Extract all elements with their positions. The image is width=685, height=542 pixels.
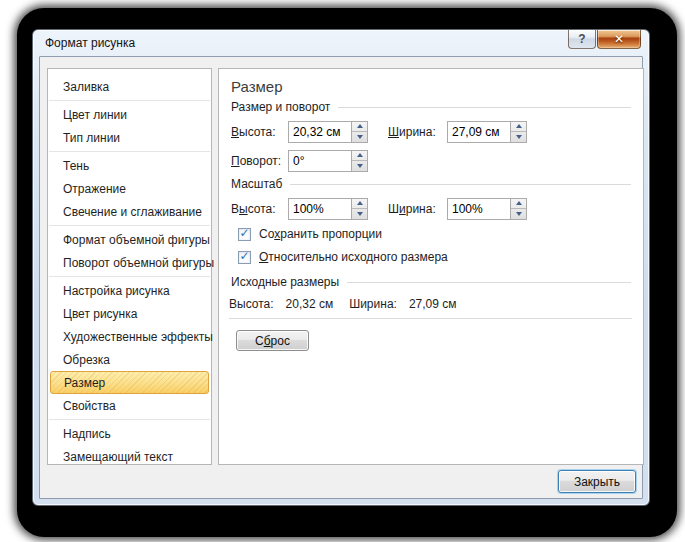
titlebar-buttons: ? ✕ [568,30,641,49]
help-button[interactable]: ? [568,30,596,49]
format-picture-dialog: Формат рисунка ? ✕ Заливка Цвет линии Ти… [32,29,650,506]
scale-width-spinner [510,198,527,220]
sidebar-item-fill[interactable]: Заливка [48,75,211,98]
spinner-up-button[interactable] [511,199,526,209]
checkmark-icon: ✓ [239,250,249,262]
spinner-down-button[interactable] [511,208,526,219]
sidebar-item-line-color[interactable]: Цвет линии [48,103,211,126]
relative-original-row: ✓ Относительно исходного размера [238,248,643,266]
lock-aspect-label[interactable]: Сохранить пропорции [259,227,382,241]
relative-original-label[interactable]: Относительно исходного размера [259,250,448,264]
sidebar-separator [49,419,210,420]
separator-rule [229,318,632,319]
width-input[interactable] [447,121,511,143]
scale-height-label: Высота: [231,202,288,216]
group-size-rotate-header: Размер и поворот [231,100,631,114]
group-rule [290,184,631,185]
titlebar[interactable]: Формат рисунка [33,30,649,56]
sidebar-item-size-selected[interactable]: Размер [50,371,209,394]
original-width-value: 27,09 см [409,297,457,311]
group-label: Масштаб [231,177,282,191]
window-title: Формат рисунка [45,36,135,50]
spinner-down-button[interactable] [352,160,367,171]
width-spinner [510,121,527,143]
spinner-up-button[interactable] [352,151,367,161]
sidebar-separator [49,225,210,226]
lock-aspect-checkbox[interactable]: ✓ [238,228,251,241]
scale-width-input[interactable] [447,198,511,220]
size-panel: Размер Размер и поворот Высота: Ширина: [218,68,644,465]
height-spinner [351,121,368,143]
help-icon: ? [578,32,585,46]
height-label: Высота: [231,125,288,139]
spinner-up-button[interactable] [352,199,367,209]
relative-original-checkbox[interactable]: ✓ [238,251,251,264]
sidebar-item-reflection[interactable]: Отражение [48,177,211,200]
spinner-up-button[interactable] [511,122,526,132]
page-title: Размер [231,78,643,95]
sidebar-separator [49,276,210,277]
close-icon: ✕ [614,33,624,45]
spinner-down-button[interactable] [352,208,367,219]
sidebar-item-picture-corrections[interactable]: Настройка рисунка [48,279,211,302]
group-rule [338,107,631,108]
rotation-spinner [351,150,368,172]
size-row: Высота: Ширина: [231,120,643,143]
spinner-down-icon [357,135,363,139]
spinner-down-icon [516,135,522,139]
scale-height-spinner [351,198,368,220]
group-label: Исходные размеры [231,275,339,289]
category-list: Заливка Цвет линии Тип линии Тень Отраже… [47,68,212,465]
spinner-down-icon [357,212,363,216]
original-height-label: Высота: [229,297,274,311]
spinner-up-icon [516,201,522,205]
spinner-up-button[interactable] [352,122,367,132]
sidebar-item-3d-format[interactable]: Формат объемной фигуры [48,228,211,251]
scale-height-input[interactable] [288,198,352,220]
group-scale-header: Масштаб [231,177,631,191]
lock-aspect-row: ✓ Сохранить пропорции [238,225,643,243]
sidebar-item-text-box[interactable]: Надпись [48,422,211,445]
sidebar-item-line-style[interactable]: Тип линии [48,126,211,149]
spinner-up-icon [357,153,363,157]
sidebar-item-properties[interactable]: Свойства [48,394,211,417]
sidebar-item-glow[interactable]: Свечение и сглаживание [48,200,211,223]
group-rule [347,282,631,283]
spinner-down-icon [357,164,363,168]
rotation-label: Поворот: [231,154,288,168]
spinner-up-icon [357,124,363,128]
spinner-down-button[interactable] [352,131,367,142]
sidebar-separator [49,151,210,152]
spinner-down-icon [516,212,522,216]
group-label: Размер и поворот [231,100,330,114]
spinner-down-button[interactable] [511,131,526,142]
group-original-size-header: Исходные размеры [231,275,631,289]
sidebar-item-picture-color[interactable]: Цвет рисунка [48,302,211,325]
width-label: Ширина: [388,125,447,139]
reset-button[interactable]: Сброс [236,330,309,351]
checkmark-icon: ✓ [239,227,249,239]
rotate-row: Поворот: [231,149,643,172]
sidebar-item-artistic-effects[interactable]: Художественные эффекты [48,325,211,348]
height-input[interactable] [288,121,352,143]
sidebar-separator [49,100,210,101]
rotation-input[interactable] [288,150,352,172]
scale-width-label: Ширина: [388,202,447,216]
close-button[interactable]: ✕ [597,30,641,49]
original-height-value: 20,32 см [286,297,334,311]
sidebar-item-3d-rotation[interactable]: Поворот объемной фигуры [48,251,211,274]
spinner-up-icon [516,124,522,128]
close-dialog-button[interactable]: Закрыть [558,470,636,493]
spinner-up-icon [357,201,363,205]
sidebar-item-crop[interactable]: Обрезка [48,348,211,371]
original-width-label: Ширина: [349,297,397,311]
sidebar-item-shadow[interactable]: Тень [48,154,211,177]
sidebar-item-alt-text[interactable]: Замещающий текст [48,445,211,468]
dialog-client-area: Заливка Цвет линии Тип линии Тень Отраже… [39,56,643,499]
scale-row: Высота: Ширина: [231,197,643,220]
original-size-values: Высота: 20,32 см Ширина: 27,09 см [229,297,643,311]
